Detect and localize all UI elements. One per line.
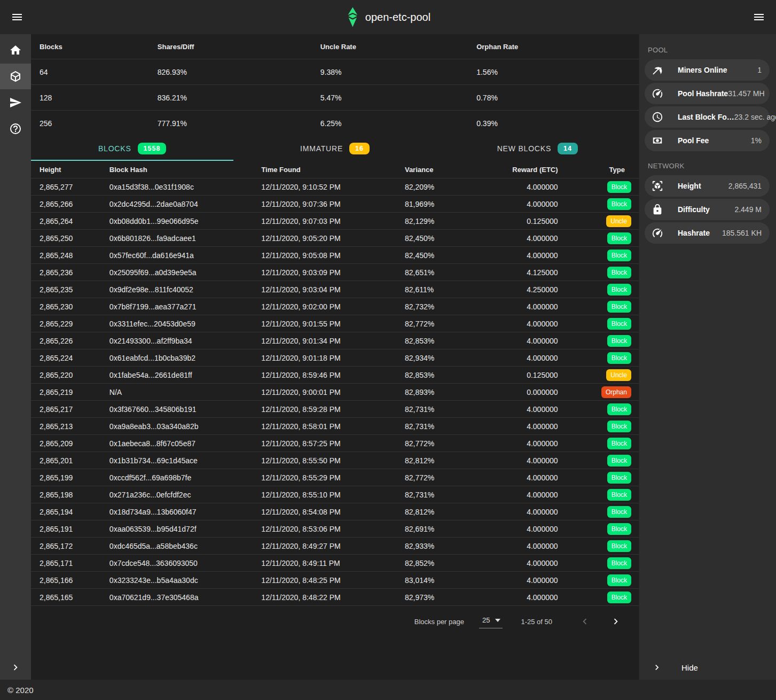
table-row: 2,865,2260x21493300...af2ff9ba3412/11/20…	[31, 332, 639, 349]
sidebar-item-help[interactable]	[0, 116, 31, 142]
hide-panel-button[interactable]: Hide	[639, 655, 776, 680]
cell-variance: 82,853%	[396, 337, 475, 345]
luck-cell: 0.39%	[468, 119, 639, 128]
cell-time-found: 12/11/2020, 9:01:34 PM	[253, 337, 396, 345]
table-row: 2,865,2300x7b8f7199...aea377a27112/11/20…	[31, 298, 639, 315]
cell-reward: 4.000000	[475, 542, 567, 550]
cell-type: Block	[567, 455, 639, 466]
stat-value: 2.449 M	[734, 205, 762, 214]
cell-time-found: 12/11/2020, 8:58:01 PM	[253, 422, 396, 431]
tab-immature[interactable]: IMMATURE16	[233, 136, 436, 161]
cell-height: 2,865,171	[31, 559, 101, 567]
type-badge: Block	[607, 489, 631, 501]
table-row: 2,865,2290x3311efec...20453d0e5912/11/20…	[31, 315, 639, 332]
cell-block-hash: 0x1aebeca8...8f67c05e87	[101, 439, 253, 448]
cell-type: Block	[567, 574, 639, 586]
cell-variance: 82,731%	[396, 491, 475, 499]
cell-height: 2,865,235	[31, 285, 101, 294]
cell-time-found: 12/11/2020, 8:53:06 PM	[253, 525, 396, 533]
sidebar-item-blocks[interactable]	[0, 64, 31, 89]
footer: © 2020	[0, 680, 776, 700]
cell-time-found: 12/11/2020, 8:48:22 PM	[253, 593, 396, 602]
luck-cell: 6.25%	[312, 119, 468, 128]
cell-block-hash: 0x18d734a9...13b6060f47	[101, 508, 253, 516]
chevron-right-icon	[10, 662, 21, 673]
cell-block-hash: 0x1fabe54a...2661de81ff	[101, 371, 253, 379]
tab-label: BLOCKS	[98, 144, 131, 153]
cell-type: Block	[567, 232, 639, 244]
table-row: 2,865,2770xa15d3f38...0e31f1908c12/11/20…	[31, 178, 639, 196]
sidebar-item-payments[interactable]	[0, 90, 31, 115]
cell-type: Block	[567, 198, 639, 210]
cell-block-hash: 0xaa063539...b95d41d72f	[101, 525, 253, 533]
cell-height: 2,865,220	[31, 371, 101, 379]
menu-button-right[interactable]	[748, 6, 770, 28]
panel-section-title: NETWORK	[639, 153, 776, 175]
per-page-label: Blocks per page	[414, 618, 464, 626]
sidebar-item-home[interactable]	[0, 37, 31, 63]
cell-type: Block	[567, 403, 639, 415]
cell-time-found: 12/11/2020, 8:55:29 PM	[253, 473, 396, 482]
stat-label: Pool Fee	[678, 136, 709, 145]
cell-height: 2,865,219	[31, 388, 101, 396]
help-icon	[9, 122, 22, 135]
table-row: 2,865,2360x25095f69...a0d39e9e5a12/11/20…	[31, 264, 639, 281]
column-header: Block Hash	[101, 166, 253, 174]
table-row: 2,865,219N/A12/11/2020, 9:00:01 PM82,893…	[31, 384, 639, 401]
luck-table-body: 64826.93%9.38%1.56%128836.21%5.47%0.78%2…	[31, 59, 639, 136]
pickaxe-icon	[652, 64, 663, 76]
cell-reward: 4.250000	[475, 285, 567, 294]
column-header: Height	[31, 166, 101, 174]
table-row: 2,865,2010x1b31b734...69c1d45ace12/11/20…	[31, 452, 639, 469]
cell-height: 2,865,266	[31, 200, 101, 208]
banknote-icon	[652, 135, 663, 146]
menu-button[interactable]	[6, 6, 28, 28]
prev-page-button[interactable]	[576, 612, 594, 631]
cube-scan-icon	[652, 180, 663, 192]
type-badge: Block	[607, 540, 631, 552]
cell-variance: 82,893%	[396, 388, 475, 396]
cell-time-found: 12/11/2020, 8:49:27 PM	[253, 542, 396, 550]
cell-type: Block	[567, 592, 639, 603]
hamburger-icon	[753, 11, 765, 24]
cell-block-hash: 0x57fec60f...da616e941a	[101, 251, 253, 260]
cell-type: Uncle	[567, 215, 639, 227]
per-page-select[interactable]: 25	[479, 615, 503, 628]
cell-time-found: 12/11/2020, 9:03:09 PM	[253, 268, 396, 277]
type-badge: Block	[607, 198, 631, 210]
stat-label: Last Block Fo…	[678, 113, 734, 121]
cell-variance: 82,732%	[396, 302, 475, 311]
panel-sections: POOLMiners Online1Pool Hashrate31.457 MH…	[639, 37, 776, 244]
per-page-value: 25	[482, 616, 490, 624]
cell-height: 2,865,250	[31, 234, 101, 243]
tab-new-blocks[interactable]: NEW BLOCKS14	[436, 136, 639, 161]
expand-nav-button[interactable]	[0, 662, 31, 673]
cell-height: 2,865,217	[31, 405, 101, 414]
cell-time-found: 12/11/2020, 8:49:11 PM	[253, 559, 396, 567]
cell-variance: 82,450%	[396, 234, 475, 243]
type-badge: Block	[607, 472, 631, 484]
type-badge: Block	[607, 523, 631, 535]
cell-type: Block	[567, 267, 639, 278]
column-header: Blocks	[31, 43, 149, 51]
cell-reward: 4.000000	[475, 320, 567, 328]
left-nav	[0, 34, 31, 680]
tab-blocks[interactable]: BLOCKS1558	[31, 136, 233, 161]
cell-height: 2,865,172	[31, 542, 101, 550]
table-row: 2,865,2480x57fec60f...da616e941a12/11/20…	[31, 247, 639, 264]
table-row: 2,865,2170x3f367660...345806b19112/11/20…	[31, 401, 639, 418]
stat-label: Difficulty	[678, 205, 710, 214]
copyright: © 2020	[7, 686, 34, 695]
cell-reward: 4.000000	[475, 559, 567, 567]
cell-height: 2,865,229	[31, 320, 101, 328]
luck-cell: 1.56%	[468, 68, 639, 76]
next-page-button[interactable]	[607, 612, 625, 631]
main-content: Blocks Shares/Diff Uncle Rate Orphan Rat…	[31, 34, 639, 680]
cell-height: 2,865,213	[31, 422, 101, 431]
luck-cell: 777.91%	[149, 119, 312, 128]
cell-block-hash: 0x3f367660...345806b191	[101, 405, 253, 414]
cell-variance: 82,731%	[396, 422, 475, 431]
type-badge: Block	[607, 574, 631, 586]
cell-reward: 4.000000	[475, 508, 567, 516]
blocks-table-body: 2,865,2770xa15d3f38...0e31f1908c12/11/20…	[31, 178, 639, 606]
